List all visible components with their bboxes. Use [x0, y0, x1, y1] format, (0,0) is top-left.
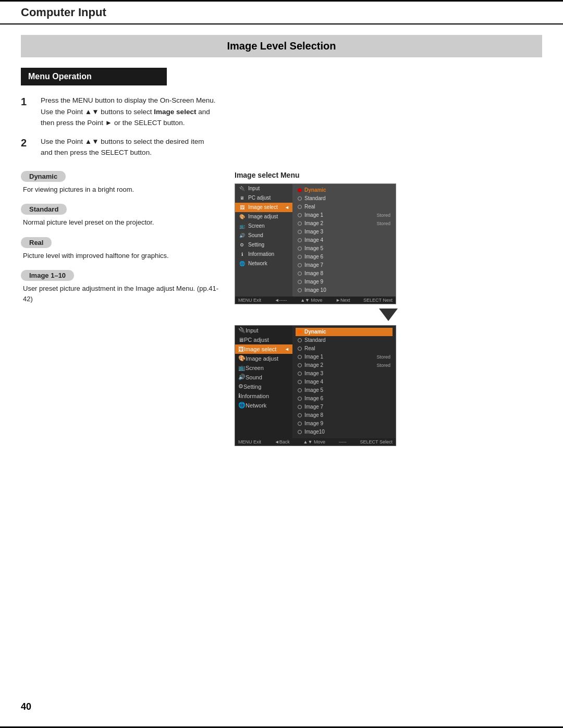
osd2-right: Dynamic Standard Real Image 1Stored Imag: [292, 326, 396, 438]
osd2-image4: Image 4: [296, 378, 393, 386]
osd2-input-icon: 🔌: [238, 327, 246, 334]
item-standard-desc: Normal picture level preset on the proje…: [21, 217, 219, 228]
setting-icon: ⚙: [238, 241, 246, 249]
osd1-real: Real: [296, 203, 393, 211]
osd2-image6-radio: [298, 397, 302, 401]
osd2-image1-radio: [298, 355, 302, 359]
section-title-bar: Image Level Selection: [21, 35, 542, 57]
osd1-image5-radio: [298, 246, 302, 251]
osd1-next: ►Next: [336, 298, 350, 303]
osd1-image7-radio: [298, 263, 302, 267]
osd1-select: SELECT Next: [363, 298, 393, 303]
osd2-dynamic: Dynamic: [296, 328, 393, 336]
sound-icon: 🔊: [238, 232, 246, 239]
osd2-image5: Image 5: [296, 386, 393, 394]
osd2-real: Real: [296, 344, 393, 353]
item-standard: Standard Normal picture level preset on …: [21, 204, 219, 228]
osd1-move: ▲▼ Move: [300, 298, 322, 303]
osd1-image4-radio: [298, 238, 302, 242]
section-title: Image Level Selection: [21, 40, 542, 52]
image-adjust-icon: 🎨: [238, 213, 246, 220]
osd1-image3: Image 3: [296, 228, 393, 236]
osd2-sound-icon: 🔊: [238, 374, 246, 380]
image-select-menu-title: Image select Menu: [235, 171, 542, 179]
top-bar: Computer Input: [0, 0, 563, 24]
osd1-image8: Image 8: [296, 269, 393, 278]
osd1-right: Dynamic Standard Real Image 1Stored Imag: [292, 184, 396, 297]
osd1-image9-radio: [298, 280, 302, 284]
osd2-image-select-icon: 🖼: [238, 346, 244, 352]
osd1-image4: Image 4: [296, 236, 393, 244]
osd2-dynamic-radio: [298, 330, 302, 334]
osd1-left: 🔌 Input 🖥 PC adjust 🖼 Image select ◄: [235, 184, 292, 297]
osd1-image7: Image 7: [296, 261, 393, 269]
item-image-1-10: Image 1–10 User preset picture adjustmen…: [21, 270, 219, 304]
item-real-label: Real: [21, 237, 52, 248]
osd1-image6: Image 6: [296, 253, 393, 261]
item-image-desc: User preset picture adjustment in the Im…: [21, 283, 219, 304]
osd2-pc-adjust: 🖥 PC adjust: [235, 335, 292, 344]
osd1-standard-radio: [298, 196, 302, 201]
osd-menu-2: 🔌 Input 🖥 PC adjust 🖼 Image select ◄: [235, 325, 396, 446]
osd1-image-select: 🖼 Image select ◄: [235, 203, 292, 212]
osd1-screen: 📺 Screen: [235, 221, 292, 231]
items-column: Dynamic For viewing pictures in a bright…: [21, 171, 219, 314]
osd2-screen: 📺 Screen: [235, 363, 292, 373]
osd1-input: 🔌 Input: [235, 184, 292, 193]
step-1-text: Press the MENU button to display the On-…: [41, 95, 215, 129]
osd1-image10-radio: [298, 288, 302, 292]
osd2-image8: Image 8: [296, 411, 393, 419]
osd1-image1-radio: [298, 213, 302, 217]
item-real: Real Picture level with improved halfton…: [21, 237, 219, 261]
menu-operation-bar: Menu Operation: [21, 68, 167, 85]
osd1-real-radio: [298, 205, 302, 209]
osd2-screen-icon: 📺: [238, 364, 246, 371]
osd1-sound: 🔊 Sound: [235, 231, 292, 240]
osd1-image2-radio: [298, 221, 302, 226]
osd1-image6-radio: [298, 255, 302, 259]
osd2-image10-radio: [298, 430, 302, 434]
osd2-image2-radio: [298, 363, 302, 367]
osd1-back: ◄-----: [275, 298, 287, 303]
step-1: 1 Press the MENU button to display the O…: [21, 95, 542, 129]
osd2-back: ◄Back: [275, 439, 290, 445]
osd2-image9: Image 9: [296, 419, 393, 428]
arrow-down-shape: [379, 309, 398, 321]
step-2: 2 Use the Point ▲▼ buttons to select the…: [21, 136, 542, 158]
osd1-setting: ⚙ Setting: [235, 240, 292, 250]
osd2-image7: Image 7: [296, 403, 393, 411]
osd2-pc-adjust-icon: 🖥: [238, 337, 244, 343]
osd2-sound: 🔊 Sound: [235, 373, 292, 382]
input-icon: 🔌: [238, 185, 246, 192]
information-icon: ℹ: [238, 251, 246, 258]
osd2-image9-radio: [298, 422, 302, 426]
osd2-image4-radio: [298, 380, 302, 384]
osd2-image5-radio: [298, 388, 302, 392]
osd1-image8-radio: [298, 272, 302, 276]
osd1-exit: MENU Exit: [238, 298, 261, 303]
osd2-image2: Image 2Stored: [296, 361, 393, 369]
osd1-pc-adjust: 🖥 PC adjust: [235, 193, 292, 203]
menu-operation-label: Menu Operation: [28, 72, 92, 81]
osd2-image8-radio: [298, 413, 302, 417]
osd1-dynamic-radio: [298, 188, 302, 192]
osd1-image2: Image 2Stored: [296, 219, 393, 228]
osd1-image-adjust: 🎨 Image adjust: [235, 212, 292, 221]
osd2-select: SELECT Select: [360, 439, 393, 445]
osd1-image5: Image 5: [296, 244, 393, 253]
arrow-down: [235, 309, 542, 321]
image-select-icon: 🖼: [238, 204, 246, 211]
osd1-standard: Standard: [296, 194, 393, 203]
osd2-status-bar: MENU Exit ◄Back ▲▼ Move ----- SELECT Sel…: [235, 438, 396, 446]
osd1-image3-radio: [298, 230, 302, 234]
step-2-text: Use the Point ▲▼ buttons to select the d…: [41, 136, 204, 158]
osd2-standard: Standard: [296, 336, 393, 344]
osd2-exit: MENU Exit: [238, 439, 261, 445]
osd2-network-icon: 🌐: [238, 402, 246, 409]
osd1-dynamic: Dynamic: [296, 186, 393, 194]
step-2-number: 2: [21, 137, 36, 149]
osd2-image3: Image 3: [296, 369, 393, 378]
osd2-image7-radio: [298, 405, 302, 409]
osd2-setting-icon: ⚙: [238, 383, 243, 390]
osd1-information: ℹ Information: [235, 250, 292, 259]
